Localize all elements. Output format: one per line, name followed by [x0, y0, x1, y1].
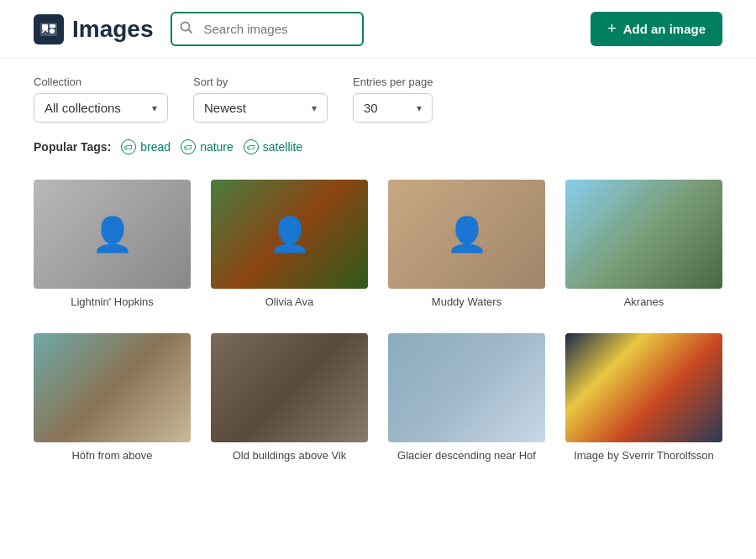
image-caption-olivia: Olivia Ava [265, 295, 314, 308]
image-card-hofn[interactable]: Höfn from above [34, 333, 191, 462]
app-title: Images [72, 16, 154, 43]
entries-value: 30 [364, 101, 378, 115]
svg-line-5 [188, 29, 192, 33]
image-thumb-lightnin: 👤 [34, 180, 191, 289]
sortby-value: Newest [204, 101, 246, 115]
image-card-sverrir[interactable]: Image by Sverrir Thorolfsson [565, 333, 722, 462]
image-caption-akranes: Akranes [624, 295, 664, 308]
tag-icon-nature: 🏷 [181, 139, 196, 154]
image-thumb-sverrir [565, 333, 722, 442]
add-image-button[interactable]: + Add an image [591, 12, 722, 46]
image-thumb-muddy: 👤 [388, 180, 545, 289]
entries-select[interactable]: 30 ▾ [353, 93, 433, 123]
image-caption-glacier: Glacier descending near Hof [397, 449, 536, 462]
sortby-filter: Sort by Newest ▾ [193, 76, 328, 123]
search-input[interactable] [171, 12, 364, 46]
popular-tags-label: Popular Tags: [34, 140, 111, 154]
image-card-olivia[interactable]: 👤Olivia Ava [211, 180, 368, 308]
tag-bread[interactable]: 🏷 bread [121, 139, 171, 154]
search-box [171, 12, 364, 46]
logo-icon [34, 14, 64, 44]
image-thumb-akranes [565, 180, 722, 289]
tag-icon-satellite: 🏷 [244, 139, 259, 154]
tag-icon-bread: 🏷 [121, 139, 136, 154]
tag-nature[interactable]: 🏷 nature [181, 139, 234, 154]
image-thumb-oldbuildings [211, 333, 368, 442]
image-card-oldbuildings[interactable]: Old buildings above Vik [211, 333, 368, 462]
collection-filter: Collection All collections ▾ [34, 76, 168, 123]
tag-label-nature: nature [200, 140, 234, 154]
entries-filter: Entries per page 30 ▾ [353, 76, 433, 123]
image-card-glacier[interactable]: Glacier descending near Hof [388, 333, 545, 462]
chevron-down-icon: ▾ [417, 102, 422, 114]
portrait-placeholder: 👤 [211, 180, 368, 289]
popular-tags-row: Popular Tags: 🏷 bread 🏷 nature 🏷 satelli… [0, 131, 756, 171]
add-button-label: Add an image [623, 22, 706, 36]
portrait-placeholder: 👤 [388, 180, 545, 289]
image-card-muddy[interactable]: 👤Muddy Waters [388, 180, 545, 308]
tag-satellite[interactable]: 🏷 satellite [244, 139, 302, 154]
image-thumb-olivia: 👤 [211, 180, 368, 289]
image-card-lightnin[interactable]: 👤Lightnin' Hopkins [34, 180, 191, 308]
image-card-akranes[interactable]: Akranes [565, 180, 722, 308]
svg-rect-2 [50, 24, 55, 28]
image-caption-sverrir: Image by Sverrir Thorolfsson [574, 449, 714, 462]
svg-point-3 [50, 29, 55, 34]
logo-area: Images [34, 14, 154, 44]
filters-row: Collection All collections ▾ Sort by New… [0, 59, 756, 131]
image-thumb-glacier [388, 333, 545, 442]
sortby-select[interactable]: Newest ▾ [193, 93, 328, 123]
chevron-down-icon: ▾ [312, 102, 317, 114]
image-grid: 👤Lightnin' Hopkins👤Olivia Ava👤Muddy Wate… [0, 171, 756, 495]
portrait-placeholder: 👤 [34, 180, 191, 289]
collection-value: All collections [45, 101, 121, 115]
tag-label-bread: bread [140, 140, 171, 154]
image-caption-muddy: Muddy Waters [432, 295, 501, 308]
entries-label: Entries per page [353, 76, 433, 88]
image-caption-oldbuildings: Old buildings above Vik [233, 449, 347, 462]
tag-label-satellite: satellite [263, 140, 302, 154]
collection-select[interactable]: All collections ▾ [34, 93, 168, 123]
image-caption-lightnin: Lightnin' Hopkins [71, 295, 154, 308]
image-caption-hofn: Höfn from above [71, 449, 152, 462]
header: Images + Add an image [0, 0, 756, 59]
sortby-label: Sort by [193, 76, 328, 88]
plus-icon: + [607, 20, 617, 38]
chevron-down-icon: ▾ [152, 102, 157, 114]
search-icon [180, 21, 193, 38]
collection-label: Collection [34, 76, 168, 88]
image-thumb-hofn [34, 333, 191, 442]
